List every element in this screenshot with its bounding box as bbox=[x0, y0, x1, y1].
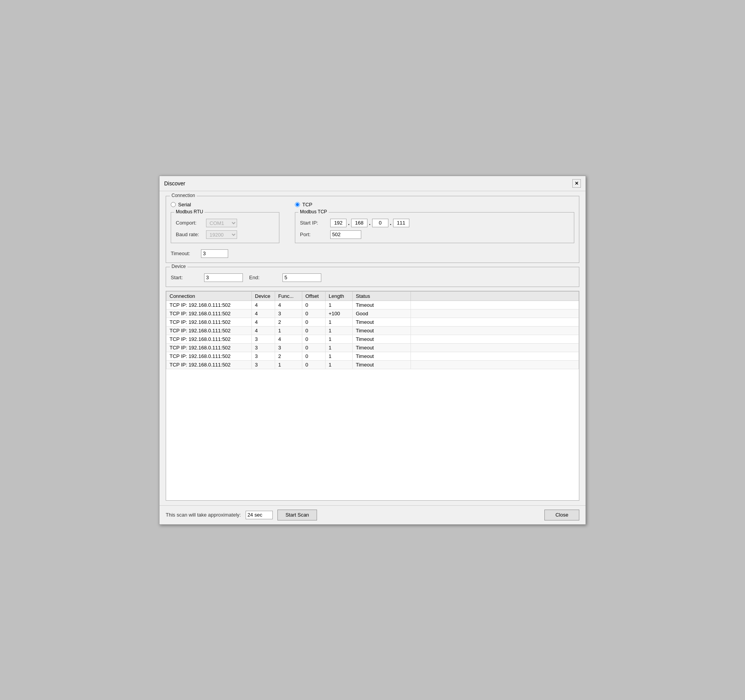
scan-time-input bbox=[246, 511, 273, 519]
cell-device: 3 bbox=[252, 335, 275, 343]
cell-length: 1 bbox=[326, 326, 353, 335]
dialog-title: Discover bbox=[164, 180, 185, 187]
cell-offset: 0 bbox=[302, 360, 326, 369]
cell-status: Timeout bbox=[353, 335, 411, 343]
device-end-input[interactable] bbox=[282, 273, 321, 282]
cell-func: 1 bbox=[275, 360, 302, 369]
cell-func: 2 bbox=[275, 318, 302, 326]
cell-length: 1 bbox=[326, 318, 353, 326]
ip-fields: . . . bbox=[330, 219, 409, 227]
cell-device: 4 bbox=[252, 318, 275, 326]
col-header-connection: Connection bbox=[166, 291, 252, 301]
ip-octet-4[interactable] bbox=[393, 219, 409, 227]
tcp-label: TCP bbox=[302, 202, 312, 207]
baud-label: Baud rate: bbox=[176, 232, 203, 237]
ip-octet-3[interactable] bbox=[372, 219, 388, 227]
cell-device: 3 bbox=[252, 343, 275, 352]
device-legend: Device bbox=[170, 264, 187, 269]
results-table: Connection Device Func... Offset Length … bbox=[166, 291, 579, 369]
cell-length: 1 bbox=[326, 343, 353, 352]
col-header-length: Length bbox=[326, 291, 353, 301]
cell-device: 4 bbox=[252, 301, 275, 309]
timeout-input[interactable]: 3 bbox=[201, 249, 228, 258]
cell-func: 4 bbox=[275, 335, 302, 343]
serial-label: Serial bbox=[178, 202, 191, 207]
title-bar: Discover ✕ bbox=[159, 176, 586, 191]
tcp-radio[interactable] bbox=[295, 202, 300, 207]
cell-connection: TCP IP: 192.168.0.111:502 bbox=[166, 326, 252, 335]
ip-octet-1[interactable] bbox=[330, 219, 347, 227]
cell-device: 4 bbox=[252, 326, 275, 335]
col-header-status: Status bbox=[353, 291, 411, 301]
ip-dot-2: . bbox=[369, 220, 371, 226]
device-end-label: End: bbox=[249, 275, 276, 280]
timeout-label: Timeout: bbox=[171, 251, 198, 256]
connection-row: Serial Modbus RTU Comport: COM1 COM2 COM… bbox=[171, 202, 574, 258]
port-row: Port: bbox=[300, 230, 569, 239]
cell-offset: 0 bbox=[302, 309, 326, 318]
col-header-device: Device bbox=[252, 291, 275, 301]
ip-dot-3: . bbox=[390, 220, 392, 226]
title-close-button[interactable]: ✕ bbox=[572, 179, 581, 188]
cell-device: 3 bbox=[252, 352, 275, 360]
close-button[interactable]: Close bbox=[544, 510, 579, 520]
cell-extra bbox=[411, 301, 579, 309]
cell-extra bbox=[411, 326, 579, 335]
cell-connection: TCP IP: 192.168.0.111:502 bbox=[166, 301, 252, 309]
baud-row: Baud rate: 9600 19200 38400 57600 115200 bbox=[176, 230, 274, 239]
footer-bar: This scan will take approximately: Start… bbox=[159, 505, 586, 524]
cell-length: 1 bbox=[326, 301, 353, 309]
serial-radio[interactable] bbox=[171, 202, 176, 207]
cell-func: 1 bbox=[275, 326, 302, 335]
col-header-extra bbox=[411, 291, 579, 301]
timeout-row: Timeout: 3 bbox=[171, 249, 279, 258]
cell-extra bbox=[411, 335, 579, 343]
comport-select[interactable]: COM1 COM2 COM3 COM4 bbox=[206, 219, 237, 227]
device-group: Device Start: End: bbox=[166, 267, 579, 287]
device-row: Start: End: bbox=[171, 273, 574, 282]
table-row: TCP IP: 192.168.0.111:502 3 3 0 1 Timeou… bbox=[166, 343, 579, 352]
table-row: TCP IP: 192.168.0.111:502 4 3 0 +100 Goo… bbox=[166, 309, 579, 318]
cell-offset: 0 bbox=[302, 318, 326, 326]
table-row: TCP IP: 192.168.0.111:502 4 4 0 1 Timeou… bbox=[166, 301, 579, 309]
cell-extra bbox=[411, 360, 579, 369]
cell-status: Timeout bbox=[353, 360, 411, 369]
cell-func: 3 bbox=[275, 309, 302, 318]
cell-length: +100 bbox=[326, 309, 353, 318]
baud-select[interactable]: 9600 19200 38400 57600 115200 bbox=[206, 230, 237, 239]
device-start-label: Start: bbox=[171, 275, 198, 280]
table-row: TCP IP: 192.168.0.111:502 4 1 0 1 Timeou… bbox=[166, 326, 579, 335]
port-input[interactable] bbox=[330, 230, 361, 239]
cell-offset: 0 bbox=[302, 301, 326, 309]
results-tbody: TCP IP: 192.168.0.111:502 4 4 0 1 Timeou… bbox=[166, 301, 579, 369]
tcp-section: TCP Modbus TCP Start IP: . . bbox=[295, 202, 574, 243]
cell-extra bbox=[411, 318, 579, 326]
modbus-rtu-group: Modbus RTU Comport: COM1 COM2 COM3 COM4 bbox=[171, 212, 279, 243]
cell-length: 1 bbox=[326, 335, 353, 343]
serial-section: Serial Modbus RTU Comport: COM1 COM2 COM… bbox=[171, 202, 279, 258]
connection-legend: Connection bbox=[170, 193, 197, 198]
comport-row: Comport: COM1 COM2 COM3 COM4 bbox=[176, 219, 274, 227]
port-label: Port: bbox=[300, 232, 327, 237]
modbus-tcp-group: Modbus TCP Start IP: . . . bbox=[295, 212, 574, 243]
start-scan-button[interactable]: Start Scan bbox=[277, 510, 317, 520]
cell-connection: TCP IP: 192.168.0.111:502 bbox=[166, 309, 252, 318]
cell-status: Timeout bbox=[353, 326, 411, 335]
cell-offset: 0 bbox=[302, 326, 326, 335]
table-row: TCP IP: 192.168.0.111:502 3 4 0 1 Timeou… bbox=[166, 335, 579, 343]
comport-label: Comport: bbox=[176, 220, 203, 226]
cell-connection: TCP IP: 192.168.0.111:502 bbox=[166, 335, 252, 343]
cell-status: Timeout bbox=[353, 301, 411, 309]
cell-device: 4 bbox=[252, 309, 275, 318]
cell-length: 1 bbox=[326, 360, 353, 369]
table-row: TCP IP: 192.168.0.111:502 4 2 0 1 Timeou… bbox=[166, 318, 579, 326]
cell-status: Good bbox=[353, 309, 411, 318]
cell-connection: TCP IP: 192.168.0.111:502 bbox=[166, 343, 252, 352]
cell-extra bbox=[411, 343, 579, 352]
cell-status: Timeout bbox=[353, 318, 411, 326]
modbus-rtu-legend: Modbus RTU bbox=[174, 209, 204, 214]
connection-group: Connection Serial Modbus RTU Comport: CO… bbox=[166, 196, 579, 263]
ip-octet-2[interactable] bbox=[351, 219, 367, 227]
device-start-input[interactable] bbox=[204, 273, 243, 282]
modbus-tcp-legend: Modbus TCP bbox=[298, 209, 329, 214]
